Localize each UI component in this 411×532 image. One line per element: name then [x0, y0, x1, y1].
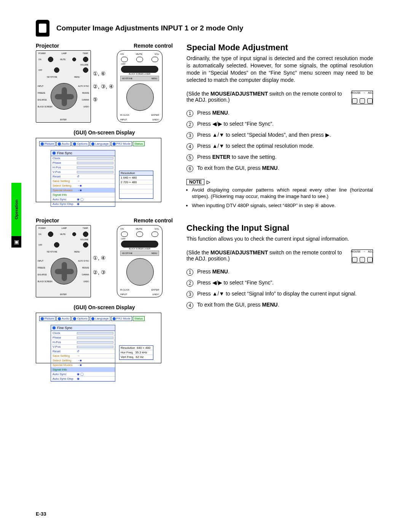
- vol-down-icon: [83, 67, 88, 73]
- slide-switch-note-b: (Slide the MOUSE/ADJUSTMENT switch on th…: [186, 249, 373, 263]
- steps-b: 1Press MENU. 2Press / to select “Fine Sy…: [186, 268, 373, 309]
- audio-icon: [58, 142, 61, 145]
- projector-label-b: Projector: [36, 217, 59, 224]
- section-b-title: Checking the Input Signal: [186, 223, 373, 233]
- page-header: Computer Image Adjustments INPUT 1 or 2 …: [36, 20, 243, 37]
- side-tab-icon: ▣: [11, 236, 21, 248]
- remote-diagram-b: ON MUTE VOL OFF BLACK SCREEN LASER KEYST…: [117, 225, 162, 297]
- page-number: E-33: [36, 511, 46, 517]
- remote-on-icon: [121, 57, 128, 62]
- dpad-icon: [51, 83, 77, 110]
- right-column: Special Mode Adjustment Ordinarily, the …: [186, 43, 373, 313]
- callouts-b: ①, ④ ②, ③: [93, 229, 116, 301]
- side-tab: Operation: [11, 183, 21, 236]
- notes-a: Avoid displaying computer patterns which…: [186, 187, 373, 209]
- projector-diagram-b: POWER LAMP TEMP. ON MUTE VOLUME OFF: [36, 225, 91, 297]
- side-tab-label: Operation: [14, 200, 19, 219]
- mouse-adj-switch-icon-b: MOUSE→ADJ.: [352, 249, 373, 263]
- language-icon: [91, 142, 94, 145]
- mouse-adj-switch-icon: MOUSE→ADJ.: [352, 91, 373, 104]
- section-b: Checking the Input Signal This function …: [186, 223, 373, 309]
- mute-button-icon: [72, 58, 76, 61]
- gui-screenshot-b: Picture Audio Options Language PRJ Mode …: [36, 313, 161, 363]
- gui-screenshot-a: Picture Audio Options Language PRJ Mode …: [36, 138, 161, 202]
- section-b-intro: This function allows you to check the cu…: [186, 235, 373, 243]
- diagram-block-b: Projector Remote control POWER LAMP TEMP…: [36, 217, 173, 363]
- gui-label-a: (GUI) On-screen Display: [36, 129, 173, 136]
- picture-icon: [41, 142, 44, 145]
- remote-oval-icon: [121, 66, 158, 73]
- remote-diagram: ON MUTE VOL OFF BLACK SCREEN LASER KEYST…: [117, 50, 162, 123]
- signal-info-box: Resolution 640 × 480 Hor Freq. 35.3 kHz …: [119, 345, 153, 360]
- remote-vol-icon: [151, 57, 158, 62]
- fine-sync-panel: Fine Sync Clock Phase H-Pos V-Pos Reset↺…: [51, 150, 115, 207]
- remote-pad-icon: [126, 83, 154, 111]
- section-a-title: Special Mode Adjustment: [186, 43, 373, 53]
- vol-up-icon: [83, 57, 88, 62]
- gui-label-b: (GUI) On-screen Display: [36, 304, 173, 310]
- on-button-icon: [48, 57, 53, 62]
- slide-switch-note-a: (Slide the MOUSE/ADJUSTMENT switch on th…: [186, 91, 373, 104]
- diagram-block-a: Projector Remote control POWER LAMP TEMP…: [36, 43, 173, 202]
- off-button-icon: [54, 67, 59, 73]
- menu-tabs: Picture Audio Options Language PRJ Mode …: [39, 141, 158, 146]
- callouts-a: ①, ⑥ ②, ③, ④ ⑤: [93, 50, 116, 123]
- steps-a: 1Press MENU. 2Press / to select “Fine Sy…: [186, 110, 373, 172]
- left-column: Projector Remote control POWER LAMP TEMP…: [36, 43, 173, 371]
- section-a-intro: Ordinarily, the type of input signal is …: [186, 55, 373, 84]
- options-icon: [73, 142, 76, 145]
- resolution-box: Resolution 1 640 × 480 2 720 × 480: [119, 171, 153, 199]
- projector-diagram: POWER LAMP TEMP. ON MUTE VOLUME OFF: [36, 50, 91, 123]
- prjmode-icon: [113, 142, 116, 145]
- remote-label: Remote control: [134, 43, 173, 49]
- remote-label-b: Remote control: [134, 217, 173, 224]
- header-icon: [36, 20, 49, 37]
- note-tag: NOTE: [186, 179, 204, 185]
- finesync-icon: [53, 152, 56, 155]
- projector-label: Projector: [36, 43, 59, 49]
- page-title: Computer Image Adjustments INPUT 1 or 2 …: [56, 24, 243, 32]
- remote-mute-icon: [136, 57, 143, 62]
